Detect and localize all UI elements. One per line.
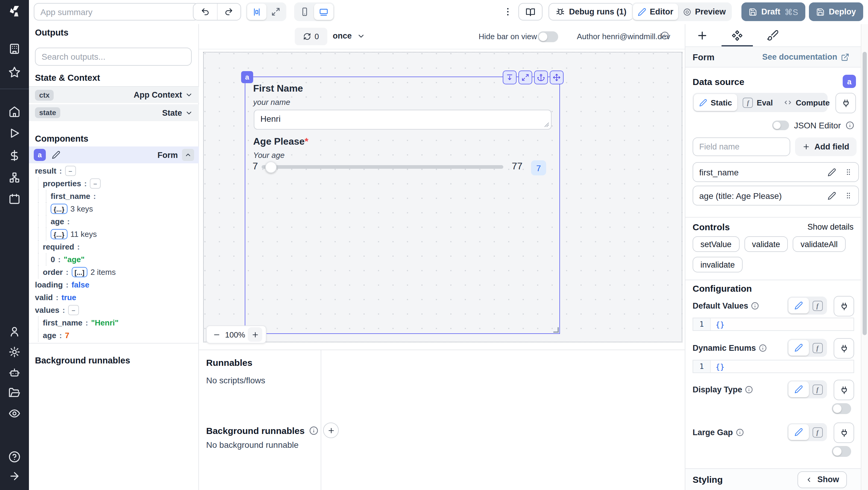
scrollbar[interactable] [861,24,868,490]
eval-mode-button[interactable]: f [809,343,826,353]
pencil-icon[interactable] [828,168,836,176]
settings-icon[interactable] [8,346,21,358]
windmill-logo-icon[interactable] [8,5,22,18]
users-icon[interactable] [8,326,21,338]
schema-field-item[interactable]: first_name [692,162,859,182]
tree-row[interactable]: {...}11 keys [29,228,199,241]
eval-mode-button[interactable]: f [809,301,826,311]
help-icon[interactable] [8,451,21,463]
docs-button[interactable] [518,3,542,21]
tree-row[interactable]: age:7 [29,329,199,342]
canvas-grid[interactable]: a First Name your name Henri Age Please*… [203,52,682,342]
refresh-count-button[interactable]: 0 [295,28,327,45]
field-name-input[interactable] [692,137,790,156]
info-icon[interactable] [310,426,318,435]
connect-plug-button[interactable] [834,423,854,443]
more-menu-button[interactable] [503,7,513,17]
tree-row[interactable]: required: [29,241,199,253]
connect-plug-button[interactable] [834,380,854,400]
config-toggle[interactable] [832,403,851,414]
config-code-editor[interactable]: 1 {} [692,360,854,373]
tree-row[interactable]: values:− [29,304,199,316]
pencil-icon[interactable] [795,343,803,352]
info-icon[interactable] [745,386,753,393]
connect-plug-button[interactable] [835,93,856,113]
expand-object-button[interactable]: [...] [71,267,87,277]
variables-icon[interactable] [8,150,21,161]
state-row[interactable]: state State [29,104,199,121]
expand-object-button[interactable]: {...} [51,204,67,214]
expand-object-button[interactable]: {...} [51,229,67,239]
eval-mode-button[interactable]: f Eval [738,94,778,111]
workspace-icon[interactable] [8,43,21,55]
fullscreen-button[interactable] [518,70,532,84]
app-summary-input[interactable] [34,3,199,21]
run-mode-dropdown[interactable]: once [333,31,365,40]
connect-plug-button[interactable] [834,338,854,359]
static-mode-button[interactable]: Static [694,94,738,111]
resources-icon[interactable] [8,172,21,184]
zoom-out-button[interactable] [210,331,222,338]
control-pill[interactable]: validateAll [793,236,845,252]
tree-row[interactable]: first_name: [29,190,199,203]
drag-handle-icon[interactable] [844,168,852,176]
info-icon[interactable] [846,121,854,130]
home-icon[interactable] [8,105,21,118]
pencil-icon[interactable] [795,301,803,310]
tree-row[interactable]: loading:false [29,278,199,291]
tree-row[interactable]: valid:true [29,291,199,304]
config-toggle[interactable] [832,446,851,457]
age-slider-track[interactable] [261,165,503,169]
control-pill[interactable]: validate [744,236,788,252]
styling-tab[interactable] [766,30,778,41]
desktop-view-button[interactable] [314,4,333,20]
schema-field-item[interactable]: age (title: Age Please) [692,186,859,206]
insert-component-tab[interactable] [696,30,708,41]
tree-row[interactable]: order:[...]2 items [29,266,199,278]
info-icon[interactable] [751,302,759,309]
collapse-component-button[interactable] [182,149,194,161]
form-component-selected[interactable]: a First Name your name Henri Age Please*… [245,76,560,334]
component-settings-tab[interactable] [731,30,743,41]
hide-bar-toggle[interactable] [538,31,558,42]
debug-runs-button[interactable]: Debug runs (1) [549,3,634,21]
control-pill[interactable]: invalidate [692,257,743,272]
runs-icon[interactable] [8,127,21,139]
collapse-toggle[interactable]: − [65,166,76,176]
tree-row[interactable]: result:− [29,164,199,177]
info-icon[interactable] [759,344,767,352]
tree-row[interactable]: 0:"age" [29,253,199,266]
drag-handle-icon[interactable] [844,192,852,200]
draft-button[interactable]: Draft ⌘S [741,2,805,21]
fullwidth-layout-button[interactable] [267,4,285,20]
collapse-toggle[interactable]: − [90,178,101,189]
eval-mode-button[interactable]: f [809,427,826,437]
preview-tab[interactable]: Preview [678,4,731,20]
ctx-row[interactable]: ctx App Context [29,86,199,103]
deploy-button[interactable]: Deploy [809,2,863,21]
info-icon[interactable] [736,428,744,436]
add-field-button[interactable]: Add field [795,137,857,156]
scrollbar-thumb[interactable] [863,52,867,335]
first-name-textarea[interactable]: Henri [254,110,552,130]
folders-icon[interactable] [8,387,21,399]
zoom-in-button[interactable] [248,327,262,342]
component-resize-handle[interactable] [553,327,559,333]
workers-icon[interactable] [8,366,21,378]
anchor-button[interactable] [534,70,548,84]
tree-row[interactable]: age: [29,215,199,228]
tree-row[interactable]: {...}3 keys [29,203,199,215]
favorites-icon[interactable] [8,66,21,78]
connect-plug-button[interactable] [834,296,854,316]
search-outputs-input[interactable] [35,48,192,66]
add-background-runnable-button[interactable] [323,423,339,438]
static-mode-button[interactable] [788,340,809,356]
audit-logs-icon[interactable] [8,407,21,420]
pencil-icon[interactable] [795,428,803,436]
static-mode-button[interactable] [788,424,809,440]
age-slider-thumb[interactable] [265,161,277,173]
static-mode-button[interactable] [788,298,809,313]
show-styling-button[interactable]: Show [798,471,847,488]
pencil-icon[interactable] [795,385,803,394]
move-button[interactable] [550,70,564,84]
